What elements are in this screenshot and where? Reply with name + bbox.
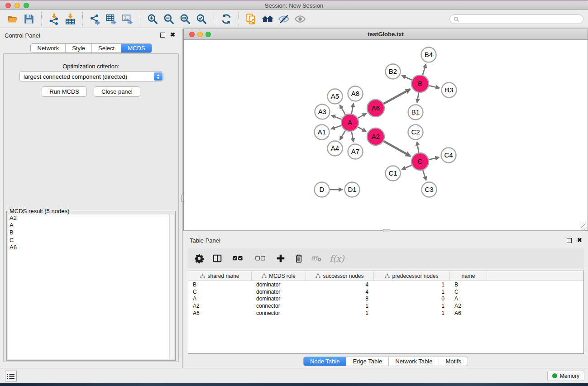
graph-edge-A2-C[interactable] — [383, 141, 410, 156]
export-table-button[interactable] — [103, 12, 120, 26]
network-window-titlebar[interactable]: testGlobe.txt — [184, 29, 588, 40]
table-cell[interactable]: 1 — [374, 310, 450, 316]
table-close-panel-icon[interactable]: ✖ — [577, 237, 582, 244]
mcds-result-item[interactable]: C — [8, 237, 174, 244]
graph-edge-A-A6[interactable] — [358, 114, 366, 119]
graph-edge-A-A8[interactable] — [352, 103, 354, 114]
table-cell[interactable]: A2 — [188, 303, 252, 309]
tab-network[interactable]: Network — [31, 44, 65, 52]
table-cell[interactable]: 1 — [374, 281, 450, 288]
graph-edge-A-A7[interactable] — [352, 132, 354, 142]
mcds-result-item[interactable]: A — [8, 222, 174, 229]
zoom-in-button[interactable] — [144, 12, 161, 26]
graph-edge-A-A4[interactable] — [340, 130, 345, 140]
show-panels-button[interactable] — [292, 12, 308, 26]
graph-node-A1[interactable]: A1 — [315, 125, 330, 140]
graph-node-C3[interactable]: C3 — [422, 182, 437, 197]
table-cell[interactable]: 0 — [374, 295, 450, 302]
mcds-result-item[interactable]: A2 — [8, 214, 174, 222]
graph-edge-B-B4[interactable] — [423, 64, 426, 75]
home-button[interactable] — [259, 12, 276, 26]
zoom-selected-button[interactable] — [193, 12, 210, 26]
graph-node-A7[interactable]: A7 — [348, 144, 363, 159]
graph-node-D[interactable]: D — [315, 182, 330, 197]
tab-motifs[interactable]: Motifs — [439, 357, 468, 366]
graph-node-B4[interactable]: B4 — [421, 48, 436, 62]
graph-edge-A-A1[interactable] — [331, 125, 341, 129]
tab-style[interactable]: Style — [65, 44, 91, 52]
network-canvas[interactable]: B4B2BB3A8A5A6A3B1AA1C2A2A4A7C4CC1C3DD1 — [184, 40, 588, 230]
graph-node-A6[interactable]: A6 — [367, 100, 384, 117]
table-row[interactable]: Adominator80A — [188, 295, 583, 302]
table-row[interactable]: Bdominator41B — [188, 281, 583, 288]
table-cell[interactable]: C — [188, 289, 252, 295]
table-cell[interactable]: 1 — [306, 310, 374, 316]
table-row[interactable]: A2connector11A2 — [188, 302, 583, 310]
graph-node-A2[interactable]: A2 — [367, 128, 384, 145]
graph-node-D1[interactable]: D1 — [345, 182, 360, 197]
tab-network-table[interactable]: Network Table — [388, 357, 439, 366]
graph-node-A3[interactable]: A3 — [315, 105, 330, 119]
window-resize-grip[interactable] — [581, 224, 587, 230]
table-cell[interactable]: 1 — [374, 289, 450, 295]
table-cell[interactable]: connector — [252, 310, 306, 316]
graph-edge-B-B2[interactable] — [402, 76, 412, 80]
select-all-columns-button[interactable] — [230, 253, 245, 264]
graph-node-A4[interactable]: A4 — [328, 141, 343, 156]
table-cell[interactable]: B — [188, 281, 252, 288]
graph-edge-A-A3[interactable] — [331, 115, 341, 119]
column-header-successor-nodes[interactable]: successor nodes — [306, 271, 374, 281]
table-cell[interactable]: 4 — [306, 281, 374, 288]
table-row[interactable]: A6connector11A6 — [188, 310, 583, 317]
table-cell[interactable]: 4 — [306, 289, 374, 295]
save-session-button[interactable] — [21, 12, 37, 26]
zoom-fit-button[interactable] — [177, 12, 193, 26]
column-header-shared-name[interactable]: shared name — [188, 271, 252, 281]
table-cell[interactable]: B — [450, 281, 487, 288]
graph-edge-C-C3[interactable] — [423, 170, 426, 181]
float-panel-icon[interactable] — [160, 33, 165, 38]
graph-node-C[interactable]: C — [411, 153, 429, 170]
table-cell[interactable]: A2 — [450, 303, 487, 309]
graph-node-B[interactable]: B — [411, 75, 429, 92]
horizontal-splitter[interactable] — [183, 230, 588, 231]
graph-edge-B-B3[interactable] — [429, 86, 440, 88]
graph-edge-C-C2[interactable] — [417, 142, 419, 152]
zoom-out-button[interactable] — [161, 12, 177, 26]
graph-node-A5[interactable]: A5 — [328, 89, 343, 104]
column-header-name[interactable]: name — [450, 271, 487, 281]
table-cell[interactable]: A — [450, 295, 487, 302]
graph-node-C4[interactable]: C4 — [441, 148, 456, 163]
close-panel-icon[interactable]: ✖ — [170, 31, 175, 38]
table-cell[interactable]: A — [188, 295, 252, 302]
graph-node-A8[interactable]: A8 — [348, 86, 363, 101]
tab-select[interactable]: Select — [91, 44, 121, 52]
tab-mcds[interactable]: MCDS — [121, 44, 151, 52]
table-cell[interactable]: 8 — [306, 295, 374, 302]
export-network-button[interactable] — [87, 12, 103, 26]
table-float-panel-icon[interactable] — [567, 238, 572, 243]
import-table-button[interactable] — [62, 12, 78, 26]
graph-node-B3[interactable]: B3 — [442, 83, 457, 98]
search-input[interactable] — [462, 15, 579, 23]
table-cell[interactable]: A6 — [188, 310, 252, 316]
search-box[interactable] — [449, 14, 583, 24]
table-cell[interactable]: dominator — [252, 295, 306, 302]
open-file-button[interactable] — [5, 12, 21, 26]
result-list-scrollbar[interactable] — [169, 214, 174, 359]
graph-node-A[interactable]: A — [341, 114, 359, 131]
graph-edge-A-A5[interactable] — [340, 105, 346, 115]
tab-node-table[interactable]: Node Table — [304, 357, 346, 366]
hide-panels-button[interactable] — [276, 12, 292, 26]
criterion-dropdown[interactable]: largest connected component (directed) — [19, 71, 163, 81]
graph-node-C1[interactable]: C1 — [386, 166, 401, 181]
table-cell[interactable]: 1 — [374, 303, 450, 309]
column-header-MCDS-role[interactable]: MCDS role — [252, 271, 306, 281]
table-row[interactable]: Cdominator41C — [188, 288, 583, 295]
tab-edge-table[interactable]: Edge Table — [346, 357, 388, 366]
import-network-button[interactable] — [46, 12, 62, 26]
memory-button[interactable]: Memory — [547, 371, 584, 381]
table-cell[interactable]: connector — [252, 303, 306, 309]
graph-edge-B-B1[interactable] — [417, 93, 419, 103]
graph-edge-A6-B[interactable] — [384, 89, 411, 104]
